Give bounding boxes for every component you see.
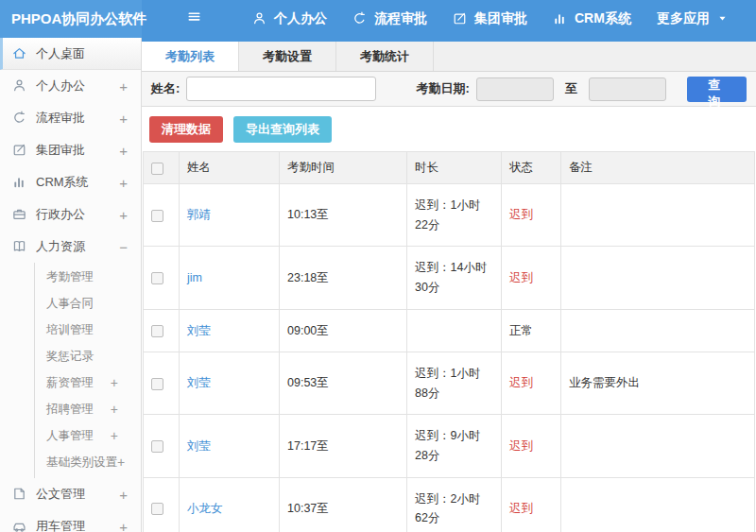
checkbox-cell: [144, 184, 180, 247]
topnav: 个人办公流程审批集团审批CRM系统更多应用: [227, 10, 729, 27]
topnav-item-1[interactable]: 个人办公: [252, 10, 327, 27]
sidebar-item-label: 个人桌面: [36, 45, 85, 62]
time-cell: 10:13至: [280, 184, 407, 247]
date-to-input[interactable]: [589, 77, 666, 101]
duration-line: 迟到：1小时22分: [415, 196, 493, 234]
sidebar-item-5[interactable]: CRM系统+: [0, 166, 141, 198]
duration-cell: 迟到：2小时62分: [407, 477, 502, 532]
duration-cell: 迟到：9小时28分: [407, 415, 502, 477]
status-cell: 迟到: [502, 352, 561, 415]
status-badge: 迟到: [509, 271, 533, 284]
expand-plus-icon[interactable]: +: [117, 455, 125, 470]
sidebar-subitem-5[interactable]: 薪资管理+: [35, 369, 141, 396]
book-icon: [12, 239, 27, 254]
tab-bar: 考勤列表考勤设置考勤统计: [142, 42, 756, 72]
employee-name-link[interactable]: jim: [187, 271, 202, 284]
tab-3[interactable]: 考勤统计: [336, 42, 434, 71]
sidebar-item-6[interactable]: 行政办公+: [0, 198, 141, 231]
employee-name-link[interactable]: 小龙女: [187, 502, 223, 515]
row-checkbox[interactable]: [151, 503, 163, 515]
sidebar-subitem-6[interactable]: 招聘管理+: [35, 396, 141, 422]
column-header: 备注: [561, 152, 755, 184]
sidebar-item-label: 公文管理: [36, 486, 85, 503]
home-icon: [12, 46, 27, 61]
sidebar-subitem-label: 奖惩记录: [46, 349, 94, 365]
status-cell: 迟到: [502, 247, 561, 309]
sidebar-item-label: 人力资源: [36, 238, 85, 255]
sidebar-item-4[interactable]: 集团审批+: [0, 134, 141, 166]
sidebar-subitem-7[interactable]: 人事管理+: [35, 422, 141, 449]
expand-plus-icon[interactable]: +: [119, 487, 128, 503]
sidebar-item-1[interactable]: 个人桌面: [0, 38, 141, 70]
topnav-item-5[interactable]: 更多应用: [657, 10, 729, 27]
sidebar-item-2[interactable]: 个人办公+: [0, 70, 141, 102]
expand-plus-icon[interactable]: +: [111, 428, 118, 443]
expand-plus-icon[interactable]: +: [119, 143, 128, 159]
sidebar-item-3[interactable]: 流程审批+: [0, 102, 141, 134]
status-cell: 迟到: [502, 477, 561, 532]
name-cell: 刘莹: [180, 352, 280, 415]
query-button[interactable]: 查 询: [687, 77, 747, 102]
expand-plus-icon[interactable]: +: [119, 519, 128, 532]
topnav-item-2[interactable]: 流程审批: [352, 10, 427, 27]
employee-name-link[interactable]: 刘莹: [187, 439, 211, 453]
car-icon: [12, 519, 27, 532]
date-from-input[interactable]: [476, 77, 554, 101]
employee-name-link[interactable]: 刘莹: [187, 376, 211, 389]
expand-plus-icon[interactable]: +: [119, 111, 128, 127]
sidebar-item-8[interactable]: 公文管理+: [0, 478, 141, 510]
name-cell: 刘莹: [180, 309, 280, 352]
expand-plus-icon[interactable]: +: [111, 402, 118, 417]
row-checkbox[interactable]: [151, 210, 163, 222]
sidebar-subitem-4[interactable]: 奖惩记录: [35, 343, 141, 369]
main-content: 考勤列表考勤设置考勤统计 姓名: 考勤日期: 至 查 询 清理数据 导出查询列表…: [142, 38, 756, 532]
sidebar-item-9[interactable]: 用车管理+: [0, 510, 141, 532]
sidebar-subitem-3[interactable]: 培训管理: [35, 317, 141, 343]
name-cell: jim: [180, 247, 280, 309]
table-row: 刘莹09:00至正常: [144, 309, 755, 352]
user-icon: [12, 78, 27, 94]
clean-data-button[interactable]: 清理数据: [149, 116, 223, 143]
edit-icon: [12, 143, 27, 158]
topnav-item-label: CRM系统: [575, 10, 631, 27]
expand-plus-icon[interactable]: +: [119, 78, 128, 94]
row-checkbox[interactable]: [151, 378, 163, 390]
employee-name-link[interactable]: 刘莹: [187, 324, 211, 337]
tab-2[interactable]: 考勤设置: [239, 42, 336, 71]
export-list-button[interactable]: 导出查询列表: [233, 116, 332, 143]
note-cell: [561, 415, 755, 477]
sidebar-subitem-label: 招聘管理: [46, 402, 94, 418]
table-body: 郭靖10:13至迟到：1小时22分迟到jim23:18至迟到：14小时30分迟到…: [144, 184, 755, 532]
hamburger-menu-icon[interactable]: [187, 9, 206, 28]
column-header: 考勤时间: [280, 152, 407, 184]
status-badge: 正常: [509, 324, 533, 337]
topnav-item-3[interactable]: 集团审批: [453, 10, 527, 27]
employee-name-link[interactable]: 郭靖: [187, 208, 211, 221]
expand-plus-icon[interactable]: +: [111, 375, 118, 390]
tab-1[interactable]: 考勤列表: [142, 42, 239, 71]
note-cell: [561, 477, 755, 532]
collapse-minus-icon[interactable]: −: [119, 239, 128, 255]
sidebar-subitem-1[interactable]: 考勤管理: [35, 264, 141, 290]
sidebar-item-label: 集团审批: [36, 142, 85, 159]
expand-plus-icon[interactable]: +: [119, 207, 128, 223]
status-badge: 迟到: [509, 439, 533, 453]
row-checkbox[interactable]: [151, 440, 163, 453]
note-cell: [561, 309, 755, 352]
status-cell: 正常: [502, 309, 561, 352]
row-checkbox[interactable]: [151, 272, 163, 284]
chart-icon: [12, 175, 27, 190]
topnav-item-4[interactable]: CRM系统: [553, 10, 631, 27]
name-input[interactable]: [186, 77, 376, 101]
expand-plus-icon[interactable]: +: [119, 175, 128, 191]
sidebar-item-7[interactable]: 人力资源−: [0, 231, 141, 263]
name-cell: 刘莹: [180, 415, 280, 477]
note-cell: 业务需要外出: [561, 352, 755, 415]
user-icon: [252, 11, 267, 26]
duration-cell: 迟到：14小时30分: [407, 247, 502, 309]
select-all-checkbox[interactable]: [151, 163, 163, 175]
sidebar-subitem-2[interactable]: 人事合同: [35, 290, 141, 317]
row-checkbox[interactable]: [151, 325, 163, 337]
sidebar-subitem-8[interactable]: 基础类别设置+: [35, 449, 141, 475]
sidebar-item-label: 行政办公: [36, 206, 85, 223]
